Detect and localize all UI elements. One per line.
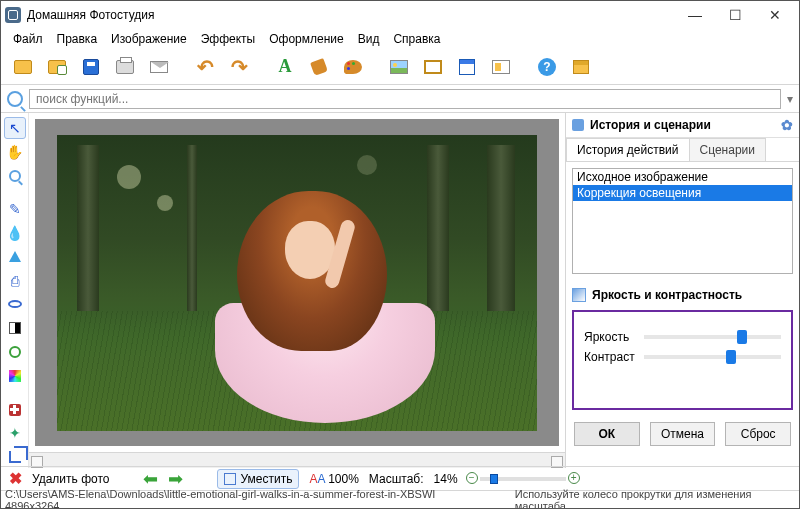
open-folder-icon[interactable] [9, 53, 37, 81]
brightness-contrast-header: Яркость и контрастность [566, 282, 799, 306]
calendar-icon[interactable] [453, 53, 481, 81]
brightness-contrast-icon [572, 288, 586, 302]
main-toolbar: ↶ ↷ A ? [1, 49, 799, 85]
menu-file[interactable]: Файл [7, 30, 49, 48]
cancel-button[interactable]: Отмена [650, 422, 716, 446]
zoom-slider[interactable]: − + [468, 472, 578, 486]
canvas[interactable] [35, 119, 559, 446]
bottom-bar: ✖ Удалить фото ⬅ ➡ Уместить AA 100% Масш… [1, 466, 799, 490]
tab-history[interactable]: История действий [566, 138, 690, 161]
tool-bw[interactable] [4, 317, 26, 339]
package-icon[interactable] [567, 53, 595, 81]
canvas-area [29, 113, 565, 468]
history-item[interactable]: Исходное изображение [573, 169, 792, 185]
fit-button[interactable]: Уместить [217, 469, 299, 489]
search-input[interactable] [29, 89, 781, 109]
tool-color[interactable] [4, 365, 26, 387]
history-list[interactable]: Исходное изображение Коррекция освещения [572, 168, 793, 274]
brightness-contrast-box: Яркость Контраст [572, 310, 793, 410]
menu-bar: Файл Правка Изображение Эффекты Оформлен… [1, 29, 799, 49]
panel-settings-icon[interactable]: ✿ [781, 117, 793, 133]
app-icon [5, 7, 21, 23]
history-item-selected[interactable]: Коррекция освещения [573, 185, 792, 201]
brightness-contrast-buttons: ОК Отмена Сброс [566, 418, 799, 454]
prev-photo-icon[interactable]: ⬅ [143, 468, 158, 490]
frame-icon[interactable] [419, 53, 447, 81]
hundred-percent-button[interactable]: AA 100% [309, 472, 358, 486]
tool-vignette[interactable] [4, 341, 26, 363]
tool-retouch[interactable]: ✦ [4, 422, 26, 444]
delete-icon[interactable]: ✖ [9, 469, 22, 488]
tool-column: ↖ ✋ ✎ 💧 ⎙ ✦ [1, 113, 29, 468]
card-icon[interactable] [487, 53, 515, 81]
tool-zoom[interactable] [4, 165, 26, 187]
menu-image[interactable]: Изображение [105, 30, 193, 48]
brightness-slider[interactable] [644, 330, 781, 344]
menu-view[interactable]: Вид [352, 30, 386, 48]
menu-design[interactable]: Оформление [263, 30, 349, 48]
tool-stamp[interactable]: ⎙ [4, 270, 26, 292]
window-title: Домашняя Фотостудия [27, 8, 675, 22]
tool-crop[interactable] [4, 446, 26, 468]
text-icon[interactable]: A [271, 53, 299, 81]
fit-icon [224, 473, 236, 485]
scale-value: 14% [434, 472, 458, 486]
zoom-out-icon[interactable]: − [466, 472, 478, 484]
tool-drop[interactable]: 💧 [4, 222, 26, 244]
redo-icon[interactable]: ↷ [225, 53, 253, 81]
search-icon [7, 91, 23, 107]
mail-icon[interactable] [145, 53, 173, 81]
search-row: ▾ [1, 85, 799, 113]
search-dropdown-icon[interactable]: ▾ [787, 92, 793, 106]
save-icon[interactable] [77, 53, 105, 81]
contrast-slider[interactable] [644, 350, 781, 364]
title-bar: Домашняя Фотостудия — ☐ ✕ [1, 1, 799, 29]
brightness-label: Яркость [584, 330, 636, 344]
reset-button[interactable]: Сброс [725, 422, 791, 446]
undo-icon[interactable]: ↶ [191, 53, 219, 81]
panel-icon [572, 119, 584, 131]
print-icon[interactable] [111, 53, 139, 81]
photo-preview [57, 135, 537, 431]
tool-shape[interactable] [4, 246, 26, 268]
tab-scenarios[interactable]: Сценарии [689, 138, 766, 161]
tool-brush[interactable]: ✎ [4, 198, 26, 220]
close-button[interactable]: ✕ [755, 2, 795, 28]
fit-label: Уместить [240, 472, 292, 486]
contrast-label: Контраст [584, 350, 636, 364]
status-path: C:\Users\AMS-Elena\Downloads\little-emot… [5, 488, 475, 510]
menu-effects[interactable]: Эффекты [195, 30, 262, 48]
scale-label: Масштаб: [369, 472, 424, 486]
fill-icon[interactable] [305, 53, 333, 81]
tool-heal[interactable] [4, 399, 26, 421]
picture-icon[interactable] [385, 53, 413, 81]
status-hint: Используйте колесо прокрутки для изменен… [515, 488, 795, 510]
panel-title-text: История и сценарии [590, 118, 711, 132]
status-bar: C:\Users\AMS-Elena\Downloads\little-emot… [1, 490, 799, 508]
panel-header: История и сценарии ✿ [566, 113, 799, 138]
tool-pointer[interactable]: ↖ [4, 117, 26, 139]
menu-edit[interactable]: Правка [51, 30, 104, 48]
brightness-contrast-title: Яркость и контрастность [592, 288, 742, 302]
palette-icon[interactable] [339, 53, 367, 81]
help-icon[interactable]: ? [533, 53, 561, 81]
next-photo-icon[interactable]: ➡ [168, 468, 183, 490]
tool-redeye[interactable] [4, 294, 26, 316]
open-recent-icon[interactable] [43, 53, 71, 81]
maximize-button[interactable]: ☐ [715, 2, 755, 28]
menu-help[interactable]: Справка [387, 30, 446, 48]
right-panel: История и сценарии ✿ История действий Сц… [565, 113, 799, 468]
delete-label[interactable]: Удалить фото [32, 472, 109, 486]
minimize-button[interactable]: — [675, 2, 715, 28]
zoom-in-icon[interactable]: + [568, 472, 580, 484]
tool-hand[interactable]: ✋ [4, 141, 26, 163]
panel-tabs: История действий Сценарии [566, 138, 799, 162]
ok-button[interactable]: ОК [574, 422, 640, 446]
